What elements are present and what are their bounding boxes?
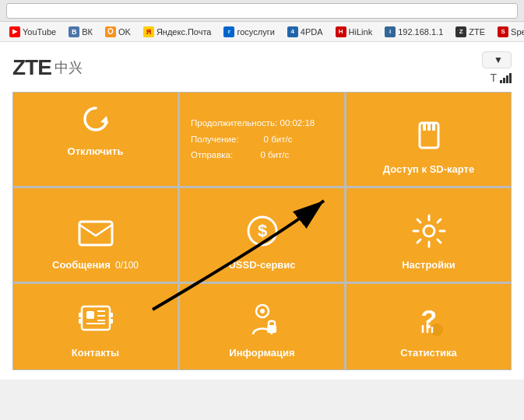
bookmark-yandex[interactable]: Я Яндекс.Почта (140, 26, 215, 38)
refresh-icon (77, 100, 114, 141)
yandex-icon: Я (143, 26, 154, 37)
statistics-label: Статистика (400, 347, 457, 359)
svg-rect-17 (110, 313, 113, 317)
settings-label: Настройки (402, 259, 455, 271)
svg-rect-15 (79, 313, 82, 317)
contacts-icon (77, 303, 114, 341)
settings-icon (410, 212, 448, 253)
svg-point-20 (260, 309, 265, 313)
language-button[interactable]: ▼ (482, 51, 512, 68)
youtube-icon: ▶ (9, 26, 20, 37)
bookmark-vk[interactable]: В ВК (65, 26, 96, 38)
tile-sd-card[interactable]: Доступ к SD-карте (346, 93, 511, 186)
svg-rect-10 (86, 311, 94, 319)
logo-area: ZTE 中兴 (12, 55, 92, 80)
svg-rect-9 (82, 306, 110, 330)
bookmark-hilink[interactable]: H HiLink (332, 26, 376, 38)
bookmark-zte-label: ZTE (469, 27, 485, 37)
messages-icon (76, 219, 115, 253)
information-icon (245, 300, 280, 341)
address-bar[interactable] (6, 3, 518, 19)
bookmark-ok-label: OK (118, 27, 131, 37)
page-content: ZTE 中兴 ▼ T (0, 42, 524, 380)
ip-icon: i (385, 26, 396, 37)
svg-rect-3 (427, 123, 431, 131)
ok-icon: О (105, 26, 116, 37)
svg-marker-0 (100, 116, 108, 124)
signal-bar-3 (506, 75, 508, 83)
duration-value: 00:02:18 (280, 118, 315, 128)
messages-count: 0/100 (115, 260, 139, 271)
bookmark-hilink-label: HiLink (349, 27, 373, 37)
tile-contacts[interactable]: Контакты (13, 284, 178, 369)
bookmark-youtube-label: YouTube (23, 27, 56, 37)
svg-rect-18 (110, 319, 113, 324)
svg-rect-4 (432, 123, 435, 131)
send-label: Отправка: (191, 150, 260, 159)
tile-ussd[interactable]: $ USSD-сервис (180, 188, 344, 282)
tile-information[interactable]: Информация (180, 284, 344, 369)
sd-card-label: Доступ к SD-карте (383, 163, 474, 175)
signal-info: T (487, 72, 512, 84)
contacts-label: Контакты (72, 347, 119, 359)
bookmark-gosuslugi[interactable]: г госуслуги (220, 26, 277, 38)
zte-chinese-logo: 中兴 (55, 58, 83, 77)
connection-stats: Продолжительность: 00:02:18 Получение: 0… (191, 115, 315, 163)
tile-messages[interactable]: Сообщения 0/100 (13, 188, 178, 282)
tile-settings[interactable]: Настройки (346, 188, 511, 282)
svg-rect-21 (267, 325, 276, 333)
vk-icon: В (69, 26, 79, 37)
messages-label: Сообщения (52, 259, 111, 271)
tile-stats[interactable]: Продолжительность: 00:02:18 Получение: 0… (180, 93, 344, 186)
bookmark-speedtest[interactable]: S Speedtest (494, 26, 524, 38)
svg-text:$: $ (257, 221, 266, 240)
bookmark-gosuslugi-label: госуслуги (237, 27, 274, 37)
svg-rect-16 (79, 319, 82, 324)
svg-rect-2 (423, 123, 426, 131)
svg-rect-5 (79, 222, 112, 245)
signal-icon: T (490, 72, 497, 84)
zte-logo: ZTE 中兴 (12, 55, 83, 80)
svg-point-8 (424, 226, 434, 236)
ussd-label: USSD-сервис (228, 259, 295, 271)
4pda-icon: 4 (287, 26, 298, 37)
bookmark-youtube[interactable]: ▶ YouTube (6, 26, 59, 38)
chevron-down-icon: ▼ (494, 54, 503, 65)
bookmark-speedtest-label: Speedtest (511, 27, 524, 37)
information-label: Информация (229, 347, 294, 359)
receive-value: 0 бит/с (264, 135, 293, 144)
bookmark-ip-label: 192.168.1.1 (398, 27, 443, 37)
bookmark-ip[interactable]: i 192.168.1.1 (382, 26, 446, 38)
send-value: 0 бит/с (260, 150, 289, 159)
statistics-icon: ? (412, 303, 446, 341)
disconnect-label: Отключить (68, 145, 124, 157)
receive-label: Получение: (191, 135, 264, 144)
hilink-icon: H (336, 26, 346, 37)
signal-bar-4 (509, 73, 512, 83)
bookmark-4pda[interactable]: 4 4PDA (284, 26, 326, 38)
zte-bm-icon: Z (455, 26, 466, 37)
ussd-icon: $ (244, 212, 281, 253)
tile-statistics[interactable]: ? Статистика (346, 284, 511, 369)
zte-text-logo: ZTE (12, 55, 51, 80)
bookmark-yandex-label: Яндекс.Почта (156, 27, 212, 37)
bookmark-vk-label: ВК (82, 27, 93, 37)
speedtest-icon: S (498, 26, 508, 37)
tile-connection[interactable]: Отключить (13, 93, 178, 186)
header-right: ▼ T (482, 51, 512, 84)
bookmark-4pda-label: 4PDA (301, 27, 323, 37)
page-header: ZTE 中兴 ▼ T (12, 51, 512, 84)
signal-bars (500, 72, 512, 83)
tiles-wrapper: Отключить Продолжительность: 00:02:18 По… (12, 92, 512, 370)
gosuslugi-icon: г (223, 26, 234, 37)
bookmarks-bar: ▶ YouTube В ВК О OK Я Яндекс.Почта г гос… (0, 22, 524, 42)
sd-card-icon (410, 117, 448, 157)
signal-bar-2 (503, 78, 505, 83)
bookmark-ok[interactable]: О OK (102, 26, 134, 38)
browser-bar (0, 0, 524, 22)
duration-label: Продолжительность: (191, 118, 280, 128)
signal-bar-1 (500, 80, 502, 83)
bookmark-zte[interactable]: Z ZTE (452, 26, 488, 38)
